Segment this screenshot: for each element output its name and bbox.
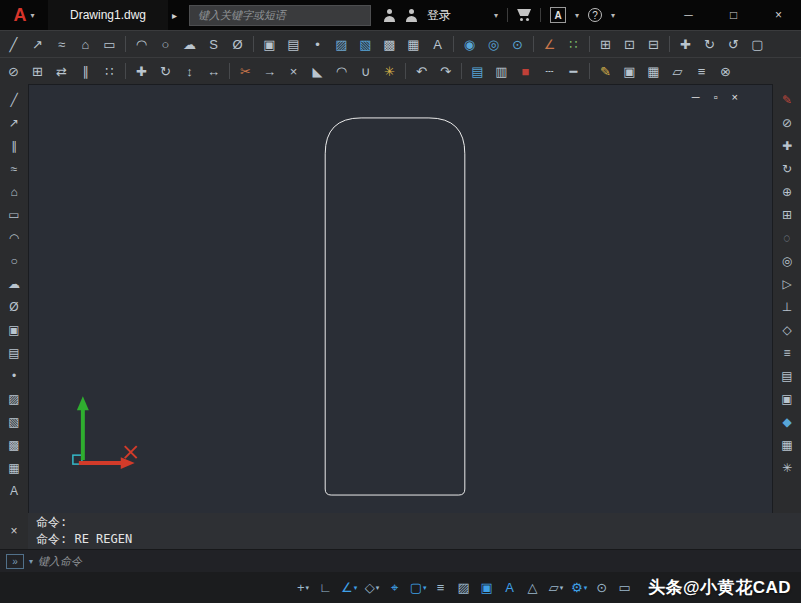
polygon-icon[interactable]: ⌂ bbox=[2, 181, 26, 203]
circle-icon[interactable]: ○ bbox=[154, 33, 177, 55]
named-views-icon[interactable]: ▢ bbox=[746, 33, 769, 55]
insert-block-icon[interactable]: ▣ bbox=[258, 33, 281, 55]
area-icon[interactable]: ▱ bbox=[666, 60, 689, 82]
navigation-bar-icon[interactable]: ≡ bbox=[775, 342, 799, 364]
polyline-icon[interactable]: ≈ bbox=[50, 33, 73, 55]
command-prompt-icon[interactable]: » bbox=[6, 554, 24, 569]
match-properties-icon[interactable]: ✎ bbox=[594, 60, 617, 82]
orbit-icon[interactable]: ◌ bbox=[775, 227, 799, 249]
community-icon[interactable] bbox=[405, 9, 418, 22]
regen-icon[interactable]: ↺ bbox=[722, 33, 745, 55]
zoom-window-icon[interactable]: ⊞ bbox=[594, 33, 617, 55]
circle-2p-icon[interactable]: ◎ bbox=[482, 33, 505, 55]
command-prompt-caret-icon[interactable]: ▾ bbox=[29, 557, 33, 566]
doc-restore-icon[interactable]: ▫ bbox=[714, 92, 718, 103]
help-icon[interactable]: ? bbox=[588, 8, 602, 22]
materials-icon[interactable]: ▦ bbox=[775, 434, 799, 456]
quick-select-icon[interactable]: ▦ bbox=[642, 60, 665, 82]
help-search-input[interactable]: 键入关键字或短语 bbox=[189, 5, 371, 26]
redo-icon[interactable]: ↷ bbox=[434, 60, 457, 82]
polar-tracking-icon[interactable]: ∠ ▾ bbox=[338, 576, 360, 600]
join-icon[interactable]: ∪ bbox=[354, 60, 377, 82]
show-motion-icon[interactable]: ▷ bbox=[775, 273, 799, 295]
extend-icon[interactable]: → bbox=[258, 60, 281, 82]
document-tab[interactable]: Drawing1.dwg bbox=[48, 0, 168, 30]
move-icon[interactable]: ✚ bbox=[130, 60, 153, 82]
snap-mode-icon[interactable]: + ▾ bbox=[292, 576, 314, 600]
polygon-icon[interactable]: ⌂ bbox=[74, 33, 97, 55]
user-icon[interactable] bbox=[383, 9, 396, 22]
selection-cycling-icon[interactable]: ▣ bbox=[476, 576, 498, 600]
insert-block-icon[interactable]: ▣ bbox=[2, 319, 26, 341]
donut-icon[interactable]: ◉ bbox=[458, 33, 481, 55]
revision-cloud-icon[interactable]: ☁ bbox=[178, 33, 201, 55]
color-swatch-icon[interactable]: ■ bbox=[514, 60, 537, 82]
sign-in-caret-icon[interactable]: ▾ bbox=[494, 11, 498, 20]
pan-icon[interactable]: ✚ bbox=[674, 33, 697, 55]
app-store-cart-icon[interactable] bbox=[517, 9, 531, 21]
layer-properties-icon[interactable]: ▥ bbox=[490, 60, 513, 82]
mirror-icon[interactable]: ⇄ bbox=[50, 60, 73, 82]
rotate-icon[interactable]: ↻ bbox=[775, 158, 799, 180]
steering-wheel-icon[interactable]: ◎ bbox=[775, 250, 799, 272]
multiline-icon[interactable]: ∥ bbox=[2, 135, 26, 157]
hatch-icon[interactable]: ▨ bbox=[2, 388, 26, 410]
annotation-autoscale-icon[interactable]: △ bbox=[522, 576, 544, 600]
table-icon[interactable]: ▦ bbox=[402, 33, 425, 55]
circle-icon[interactable]: ○ bbox=[2, 250, 26, 272]
minimize-button[interactable]: ─ bbox=[666, 0, 711, 30]
spline-icon[interactable]: S bbox=[202, 33, 225, 55]
create-block-icon[interactable]: ▤ bbox=[2, 342, 26, 364]
line-icon[interactable]: ╱ bbox=[2, 33, 25, 55]
multiline-text-icon[interactable]: A bbox=[2, 480, 26, 502]
zoom-previous-icon[interactable]: ⊟ bbox=[642, 33, 665, 55]
annotation-monitor-icon[interactable]: ⊙ bbox=[591, 576, 613, 600]
workspace-switching-icon[interactable]: ⚙ ▾ bbox=[568, 576, 590, 600]
zoom-realtime-icon[interactable]: ⊕ bbox=[775, 181, 799, 203]
arc-icon[interactable]: ◠ bbox=[130, 33, 153, 55]
erase-icon[interactable]: ⊘ bbox=[775, 112, 799, 134]
arc-icon[interactable]: ◠ bbox=[2, 227, 26, 249]
rotate-icon[interactable]: ↻ bbox=[154, 60, 177, 82]
construction-line-icon[interactable]: ↗ bbox=[2, 112, 26, 134]
object-snap-tracking-icon[interactable]: ⌖ bbox=[384, 576, 406, 600]
list-icon[interactable]: ≡ bbox=[690, 60, 713, 82]
zoom-window-icon[interactable]: ⊞ bbox=[775, 204, 799, 226]
region-icon[interactable]: ▩ bbox=[378, 33, 401, 55]
line-icon[interactable]: ╱ bbox=[2, 89, 26, 111]
polyline-icon[interactable]: ≈ bbox=[2, 158, 26, 180]
copy-icon[interactable]: ⊞ bbox=[26, 60, 49, 82]
orbit-icon[interactable]: ↻ bbox=[698, 33, 721, 55]
undo-icon[interactable]: ↶ bbox=[410, 60, 433, 82]
app-menu-button[interactable]: A ▾ bbox=[0, 0, 48, 30]
layer-icon[interactable]: ▤ bbox=[466, 60, 489, 82]
close-button[interactable]: × bbox=[756, 0, 801, 30]
drawing-outline-shape[interactable] bbox=[325, 118, 465, 495]
lights-icon[interactable]: ✳ bbox=[775, 457, 799, 479]
gradient-icon[interactable]: ▧ bbox=[354, 33, 377, 55]
multiline-text-icon[interactable]: A bbox=[426, 33, 449, 55]
maximize-button[interactable]: □ bbox=[711, 0, 756, 30]
layer-walk-icon[interactable]: ▤ bbox=[775, 365, 799, 387]
revision-cloud-icon[interactable]: ☁ bbox=[2, 273, 26, 295]
render-icon[interactable]: ◆ bbox=[775, 411, 799, 433]
lineweight-icon[interactable]: ━ bbox=[562, 60, 585, 82]
edit-pencil-icon[interactable]: ✎ bbox=[775, 89, 799, 111]
purge-icon[interactable]: ⊗ bbox=[714, 60, 737, 82]
construction-line-icon[interactable]: ↗ bbox=[26, 33, 49, 55]
tab-overflow-icon[interactable]: ▸ bbox=[172, 10, 177, 21]
drawing-canvas[interactable]: ─ ▫ × bbox=[28, 84, 773, 513]
annotation-scale-icon[interactable]: ▱ ▾ bbox=[545, 576, 567, 600]
sign-in-button[interactable]: 登录 bbox=[427, 7, 451, 24]
ortho-mode-icon[interactable]: ∟ bbox=[315, 576, 337, 600]
close-command-window-icon[interactable]: × bbox=[10, 524, 17, 538]
create-block-icon[interactable]: ▤ bbox=[282, 33, 305, 55]
view-cube-icon[interactable]: ◇ bbox=[775, 319, 799, 341]
gradient-icon[interactable]: ▧ bbox=[2, 411, 26, 433]
explode-icon[interactable]: ✳ bbox=[378, 60, 401, 82]
divide-icon[interactable]: ∷ bbox=[562, 33, 585, 55]
group-icon[interactable]: ▣ bbox=[618, 60, 641, 82]
help-caret-icon[interactable]: ▾ bbox=[611, 11, 615, 20]
fillet-icon[interactable]: ◠ bbox=[330, 60, 353, 82]
exchange-caret-icon[interactable]: ▾ bbox=[575, 11, 579, 20]
